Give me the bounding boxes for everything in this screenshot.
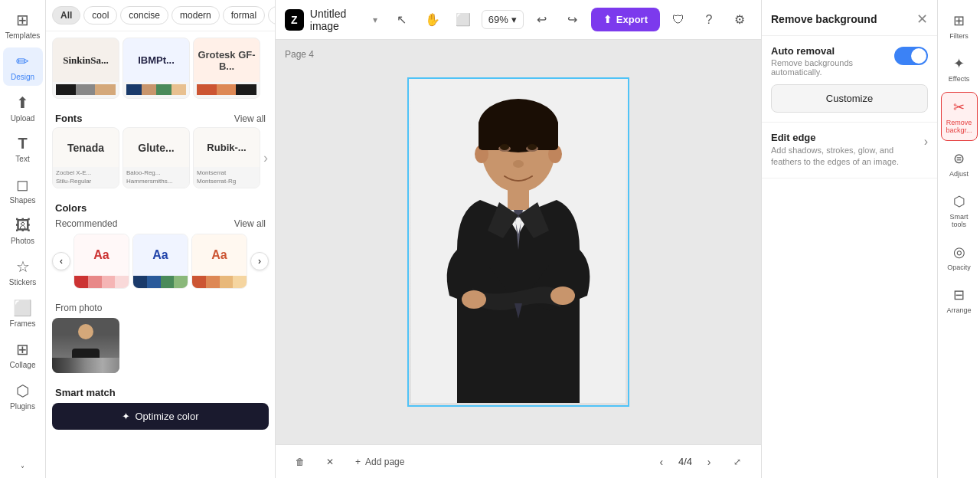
remove-bg-label: Remove backgr... [945,119,974,134]
fc-name: Tenada [53,128,119,167]
sidebar-item-photos[interactable]: 🖼 Photos [3,212,43,250]
text-icon: T [18,135,27,152]
right-tool-filters[interactable]: ⊞ Filters [941,6,978,46]
sidebar-item-stickers[interactable]: ☆ Stickers [3,253,43,291]
close-panel-button[interactable]: ✕ [916,11,928,28]
sidebar-item-label: Templates [5,31,41,40]
trash-icon: 🗑 [296,457,305,467]
smart-match-title: Smart match [55,387,116,398]
filter-tabs: All cool concise modern formal ▾ [46,0,275,31]
filter-tab-cool[interactable]: cool [83,6,117,25]
effects-icon: ✦ [953,55,965,72]
design-icon: ✏ [16,52,29,70]
fonts-view-all[interactable]: View all [234,113,266,124]
auto-removal-row: Auto removal Remove backgrounds automati… [771,45,928,77]
shield-icon[interactable]: 🛡 [666,8,691,32]
colors-section-header: Colors [46,195,275,218]
right-tool-effects[interactable]: ✦ Effects [941,49,978,89]
color-cards-row: ‹ Aa Aa Aa [52,234,269,289]
doc-info[interactable]: Untitled image ▾ [310,8,377,32]
sidebar-item-label: Text [15,155,29,163]
shapes-icon: ◻ [16,175,29,194]
sidebar-item-shapes[interactable]: ◻ Shapes [3,171,43,209]
auto-removal-section: Auto removal Remove backgrounds automati… [762,36,937,123]
color-card-2[interactable]: Aa [132,234,188,289]
right-tool-smart[interactable]: ⬡ Smart tools [941,187,978,234]
redo-button[interactable]: ↪ [560,8,585,32]
fullscreen-button[interactable]: ⤢ [726,452,749,472]
font-card-glute[interactable]: Glute... Baloo-Reg...Hammersmiths... [122,127,190,188]
from-photo-thumb[interactable] [52,318,119,373]
font-card-2[interactable]: IBMPt... [122,38,190,99]
font-card-2-sub [123,82,189,98]
person-svg [411,81,626,403]
color-cards-section: ‹ Aa Aa Aa [46,234,275,295]
fc-sub: Baloo-Reg...Hammersmiths... [123,167,189,188]
sidebar-item-label: Stickers [9,278,37,286]
prev-page-button[interactable]: ‹ [651,451,672,473]
font-previews-row: SinkinSa... IBMPt... Grotes [46,31,275,105]
svg-point-11 [513,160,524,168]
next-page-button[interactable]: › [698,451,720,473]
sidebar-item-templates[interactable]: ⊞ Templates [3,6,43,44]
colors-view-all[interactable]: View all [234,218,266,229]
edit-edge-section: Edit edge Add shadows, strokes, glow, an… [762,123,937,178]
filter-tab-concise[interactable]: concise [120,6,168,25]
frame-tool[interactable]: ⬜ [451,8,475,32]
font-card-rubik[interactable]: Rubik-... MontserratMontserrat-Rg [193,127,260,188]
trash-button[interactable]: 🗑 [288,452,312,472]
font-card-2-name: IBMPt... [123,38,189,82]
font-card-tenada[interactable]: Tenada Zocbel X-E...Stilu-Regular [52,127,119,188]
sidebar-collapse-btn[interactable]: ˅ [3,460,43,478]
right-tool-opacity[interactable]: ◎ Opacity [941,237,978,277]
filter-tab-formal[interactable]: formal [223,6,265,25]
font-card-3[interactable]: Grotesk GF-B... [193,38,260,99]
undo-button[interactable]: ↩ [530,8,554,32]
edit-edge-title: Edit edge [771,132,924,143]
adjust-label: Adjust [949,170,969,178]
filter-tab-modern[interactable]: modern [172,6,220,25]
color-card-1[interactable]: Aa [74,234,129,289]
right-tool-arrange[interactable]: ⊟ Arrange [941,280,978,320]
font-card-1[interactable]: SinkinSa... [52,38,119,99]
auto-removal-text: Auto removal Remove backgrounds automati… [771,45,888,77]
edit-edge-chevron[interactable]: › [924,135,928,149]
auto-removal-toggle[interactable] [894,47,928,65]
sidebar-item-collage[interactable]: ⊞ Collage [3,336,43,374]
opacity-label: Opacity [947,264,971,271]
font-card-1-sub [53,82,119,98]
add-page-button[interactable]: + Add page [348,452,412,472]
chevron-down-icon: ˅ [21,465,24,473]
help-icon[interactable]: ? [697,8,721,32]
sidebar-item-design[interactable]: ✏ Design [3,47,43,86]
right-tool-remove-bg[interactable]: ✂ Remove backgr... [941,92,978,141]
color-card-3[interactable]: Aa [191,234,247,289]
sidebar-item-upload[interactable]: ⬆ Upload [3,89,43,127]
sidebar-item-frames[interactable]: ⬜ Frames [3,294,43,332]
color-scroll-left[interactable]: ‹ [52,252,70,270]
zoom-control[interactable]: 69% ▾ [482,10,524,29]
cursor-tool[interactable]: ↖ [390,8,414,32]
hand-tool[interactable]: ✋ [420,8,445,32]
settings-icon[interactable]: ⚙ [727,8,752,32]
customize-button[interactable]: Customize [771,84,928,113]
filter-tab-all[interactable]: All [52,6,80,25]
delete-button[interactable]: ✕ [318,452,341,472]
doc-name: Untitled image [310,8,370,32]
font-card-list: Tenada Zocbel X-E...Stilu-Regular Glute.… [46,127,275,195]
canvas-image [409,79,628,405]
panel-header: Remove background ✕ [762,0,937,36]
export-button[interactable]: ⬆ Export [591,8,660,31]
svg-rect-12 [508,187,529,210]
sidebar-item-plugins[interactable]: ⬡ Plugins [3,377,43,415]
sidebar-item-text[interactable]: T Text [3,130,43,168]
filter-tab-more[interactable]: ▾ [268,6,275,25]
font-scroll-right[interactable]: › [263,127,268,188]
fullscreen-icon: ⤢ [733,457,741,467]
color-scroll-right[interactable]: › [250,252,269,270]
sidebar-item-label: Shapes [10,196,36,205]
right-tool-adjust[interactable]: ⊜ Adjust [941,144,978,184]
color-preview-3: Aa [192,234,247,276]
smart-tools-label: Smart tools [944,213,975,228]
optimize-color-button[interactable]: ✦ Optimize color [52,403,269,430]
